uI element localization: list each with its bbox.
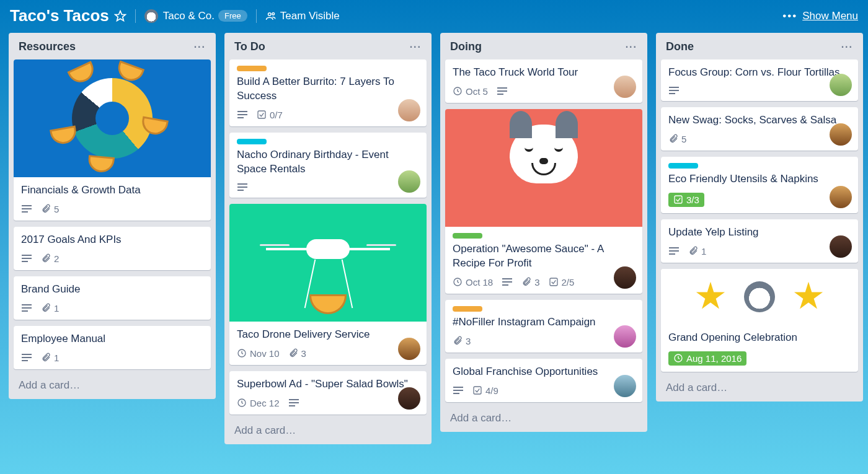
- star-icon: [794, 282, 823, 312]
- team-name-button[interactable]: Taco & Co. Free: [163, 10, 247, 22]
- show-menu-button[interactable]: Show Menu: [802, 10, 858, 22]
- list-title[interactable]: Done: [666, 40, 694, 53]
- member-avatar[interactable]: [614, 266, 636, 289]
- member-avatar[interactable]: [398, 338, 420, 360]
- card-title: Focus Group: Corn vs. Flour Tortillas: [668, 66, 851, 80]
- list-menu-icon[interactable]: ···: [626, 42, 637, 53]
- card-title: Superbowl Ad - "Super Salad Bowls": [237, 377, 419, 392]
- add-card-button[interactable]: Add a card…: [661, 378, 858, 395]
- attachments-badge: 1: [41, 353, 59, 363]
- description-icon: [237, 110, 248, 119]
- attachments-badge: 1: [688, 246, 706, 257]
- member-avatar[interactable]: [614, 325, 636, 348]
- card[interactable]: Taco Drone Delivery Service Nov 10 3: [229, 204, 427, 365]
- card[interactable]: Global Franchise Opportunities 4/9: [445, 359, 642, 402]
- card[interactable]: Eco Friendly Utensils & Napkins 3/3: [661, 157, 858, 213]
- board: Resources ··· Financials & Growth Data 5…: [0, 33, 868, 457]
- card-title: Brand Guide: [21, 283, 203, 297]
- card[interactable]: Financials & Growth Data 5: [14, 59, 211, 221]
- card[interactable]: Nacho Ordinary Birthday - Event Space Re…: [229, 133, 427, 198]
- member-avatar[interactable]: [398, 387, 420, 410]
- card-label-orange: [237, 66, 267, 71]
- list-title[interactable]: Resources: [19, 40, 76, 53]
- member-avatar[interactable]: [614, 76, 636, 98]
- description-icon: [502, 278, 513, 286]
- card-cover: [445, 109, 642, 227]
- svg-marker-0: [115, 11, 126, 20]
- card-title: Nacho Ordinary Birthday - Event Space Re…: [237, 148, 419, 177]
- more-icon[interactable]: •••: [782, 10, 797, 22]
- visibility-label: Team Visible: [280, 10, 340, 22]
- attachments-badge: 1: [41, 303, 59, 314]
- list-title[interactable]: To Do: [234, 40, 265, 53]
- description-icon: [21, 353, 32, 362]
- list-todo: To Do ··· Build A Better Burrito: 7 Laye…: [224, 33, 432, 444]
- card[interactable]: Superbowl Ad - "Super Salad Bowls" Dec 1…: [229, 371, 427, 415]
- visibility-button[interactable]: Team Visible: [265, 10, 340, 22]
- due-date-badge: Oct 5: [453, 86, 488, 97]
- card[interactable]: New Swag: Socks, Scarves & Salsa 5: [661, 107, 858, 151]
- description-icon: [668, 247, 680, 255]
- card-title: Taco Drone Delivery Service: [237, 328, 419, 342]
- attachments-badge: 2: [41, 253, 59, 264]
- card[interactable]: The Taco Truck World Tour Oct 5: [445, 59, 642, 103]
- card-title: New Swag: Socks, Scarves & Salsa: [668, 113, 851, 128]
- list-menu-icon[interactable]: ···: [410, 42, 422, 53]
- due-date-badge: Nov 10: [237, 348, 280, 359]
- description-icon: [288, 398, 299, 407]
- card[interactable]: Brand Guide 1: [14, 276, 211, 320]
- checklist-badge: 4/9: [472, 385, 498, 396]
- card-title: 2017 Goals And KPIs: [21, 233, 203, 247]
- member-avatar[interactable]: [614, 375, 636, 397]
- team-avatar-icon: [144, 9, 158, 23]
- team-plan-badge: Free: [218, 10, 247, 22]
- card[interactable]: Build A Better Burrito: 7 Layers To Succ…: [229, 59, 427, 126]
- card-title: Grand Opening Celebration: [668, 331, 851, 345]
- add-card-button[interactable]: Add a card…: [229, 421, 427, 438]
- member-avatar[interactable]: [830, 74, 852, 96]
- description-icon: [497, 87, 508, 95]
- attachments-badge: 3: [288, 348, 306, 359]
- member-avatar[interactable]: [398, 170, 420, 193]
- card[interactable]: #NoFiller Instagram Campaign 3: [445, 300, 642, 353]
- description-icon: [668, 86, 680, 95]
- card[interactable]: 2017 Goals And KPIs 2: [14, 227, 211, 270]
- board-title[interactable]: Taco's Tacos: [10, 6, 109, 25]
- description-icon: [21, 254, 32, 263]
- member-avatar[interactable]: [830, 186, 852, 208]
- card[interactable]: Grand Opening Celebration Aug 11, 2016: [661, 269, 858, 372]
- card-title: Update Yelp Listing: [668, 226, 851, 240]
- list-title[interactable]: Doing: [450, 40, 482, 53]
- card-label-orange: [453, 306, 482, 312]
- member-avatar[interactable]: [398, 99, 420, 121]
- star-icon[interactable]: [114, 10, 126, 22]
- description-icon: [21, 204, 32, 213]
- list-menu-icon[interactable]: ···: [194, 42, 206, 53]
- member-avatar[interactable]: [830, 235, 852, 258]
- card-cover: [661, 269, 858, 325]
- board-header: Taco's Tacos Taco & Co. Free Team Visibl…: [0, 0, 868, 33]
- card-title: Eco Friendly Utensils & Napkins: [668, 172, 851, 187]
- list-menu-icon[interactable]: ···: [841, 42, 853, 53]
- svg-point-2: [272, 12, 275, 15]
- attachments-badge: 5: [41, 204, 59, 214]
- card-title: Global Franchise Opportunities: [453, 365, 635, 379]
- card[interactable]: Focus Group: Corn vs. Flour Tortillas: [661, 59, 858, 101]
- card-title: #NoFiller Instagram Campaign: [453, 315, 635, 330]
- card[interactable]: Employee Manual 1: [14, 326, 211, 369]
- description-icon: [21, 304, 32, 312]
- team-name-label: Taco & Co.: [163, 10, 215, 22]
- due-date-badge: Oct 18: [453, 277, 493, 287]
- add-card-button[interactable]: Add a card…: [14, 375, 211, 393]
- card-title: Employee Manual: [21, 332, 203, 346]
- card[interactable]: Update Yelp Listing 1: [661, 219, 858, 263]
- card[interactable]: Operation "Awesome Sauce" - A Recipe For…: [445, 109, 642, 294]
- due-date-badge: Dec 12: [237, 398, 280, 408]
- divider: [135, 9, 136, 23]
- member-avatar[interactable]: [830, 123, 852, 146]
- card-label-blue: [668, 163, 698, 169]
- add-card-button[interactable]: Add a card…: [445, 408, 642, 426]
- card-cover: [229, 204, 427, 322]
- list-resources: Resources ··· Financials & Growth Data 5…: [9, 33, 216, 399]
- card-title: Operation "Awesome Sauce" - A Recipe For…: [453, 242, 635, 271]
